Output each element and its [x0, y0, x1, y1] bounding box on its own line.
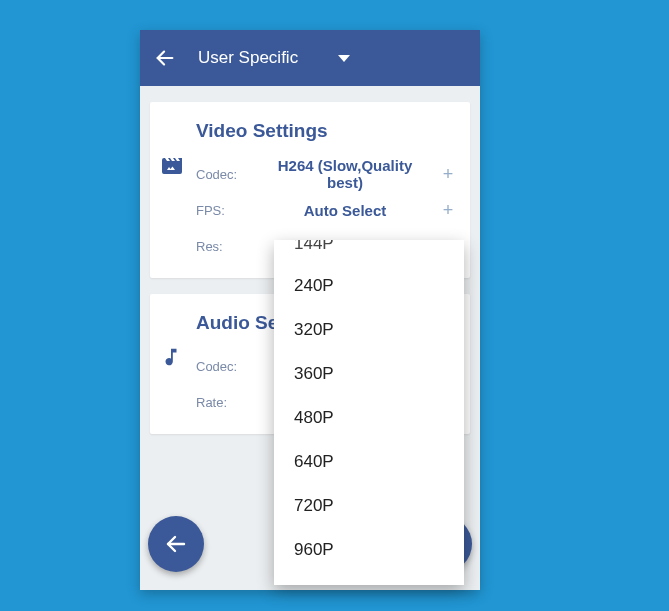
dropdown-option[interactable]: 960P: [274, 528, 464, 572]
codec-row[interactable]: Codec: H264 (Slow,Quality best) +: [196, 156, 456, 192]
video-section-title: Video Settings: [196, 120, 456, 142]
dropdown-option[interactable]: 144P: [274, 240, 464, 264]
codec-value: H264 (Slow,Quality best): [260, 157, 430, 191]
fps-value: Auto Select: [260, 202, 430, 219]
dropdown-option[interactable]: 480P: [274, 396, 464, 440]
dropdown-option[interactable]: 360P: [274, 352, 464, 396]
music-note-icon: [160, 346, 182, 368]
audio-rate-label: Rate:: [196, 395, 250, 410]
fab-back[interactable]: [148, 516, 204, 572]
resolution-dropdown: 144P 240P 320P 360P 480P 640P 720P 960P: [274, 240, 464, 585]
audio-codec-label: Codec:: [196, 359, 250, 374]
fps-label: FPS:: [196, 203, 250, 218]
res-label: Res:: [196, 239, 250, 254]
video-icon: [160, 154, 184, 178]
arrow-left-icon: [164, 532, 188, 556]
dropdown-option[interactable]: 720P: [274, 484, 464, 528]
fps-row[interactable]: FPS: Auto Select +: [196, 192, 456, 228]
plus-icon[interactable]: +: [440, 164, 456, 185]
codec-label: Codec:: [196, 167, 250, 182]
app-bar: User Specific: [140, 30, 480, 86]
dropdown-option[interactable]: 320P: [274, 308, 464, 352]
header-title: User Specific: [198, 48, 298, 68]
dropdown-option[interactable]: 640P: [274, 440, 464, 484]
caret-down-icon: [338, 55, 350, 62]
header-dropdown[interactable]: User Specific: [198, 48, 350, 68]
plus-icon[interactable]: +: [440, 200, 456, 221]
back-button[interactable]: [154, 47, 176, 69]
dropdown-option[interactable]: 240P: [274, 264, 464, 308]
arrow-left-icon: [154, 47, 176, 69]
